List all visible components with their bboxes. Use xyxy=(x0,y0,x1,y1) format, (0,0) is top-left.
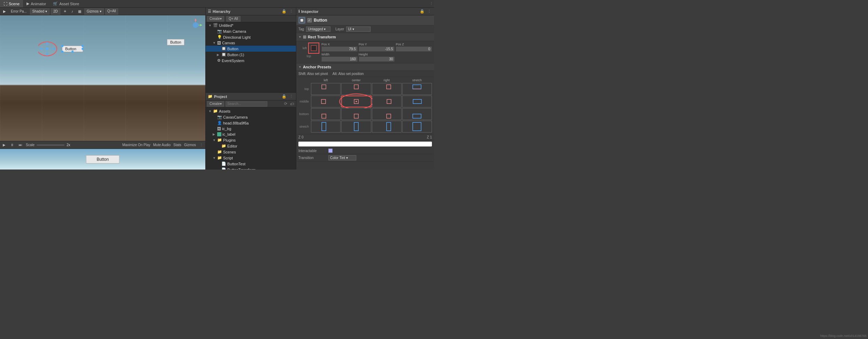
scale-slider[interactable] xyxy=(37,144,64,146)
svg-rect-16 xyxy=(322,85,326,89)
hierarchy-menu-icon[interactable]: ⋮ xyxy=(289,9,294,14)
tree-item-canvas[interactable]: ▼ 🖼 Canvas xyxy=(206,40,296,46)
stats-btn[interactable]: Stats xyxy=(173,143,181,147)
tree-item-scenes[interactable]: 📁 Scenes xyxy=(206,149,296,155)
anchor-cell-middle-left[interactable] xyxy=(311,96,341,107)
scene-grid xyxy=(0,15,205,141)
tab-animator[interactable]: ▶ Animator xyxy=(23,0,50,7)
anchor-cell-top-left[interactable] xyxy=(311,83,341,95)
create-btn[interactable]: Create ▾ xyxy=(207,16,224,22)
component-enabled-checkbox[interactable]: ✓ xyxy=(307,18,312,22)
anchor-cell-stretch-right[interactable] xyxy=(372,121,402,133)
rect-transform-content: left top Pos X 79.5 xyxy=(296,41,434,63)
tree-item-button[interactable]: 🔲 Button xyxy=(206,46,296,52)
height-value[interactable]: 30 xyxy=(359,56,395,62)
scene-button-preview: Button xyxy=(38,39,83,58)
button-test-icon: 📄 xyxy=(221,161,226,166)
tree-item-button-transform[interactable]: 📄 ButtonTransform xyxy=(206,167,296,170)
mute-audio-btn[interactable]: Mute Audio xyxy=(153,143,170,147)
posx-value[interactable]: 79.5 xyxy=(321,46,358,52)
anchor-col-headers: left center right stretch xyxy=(311,78,432,82)
step-icon[interactable]: ⏭ xyxy=(17,143,24,147)
project-search-input[interactable] xyxy=(226,101,267,107)
project-lock-icon[interactable]: 🔒 xyxy=(281,94,287,99)
inspector-menu-icon[interactable]: ⋮ xyxy=(427,9,432,14)
plugins-icon: 📁 xyxy=(217,138,222,142)
tree-item-script[interactable]: ▼ 📁 Script xyxy=(206,155,296,161)
panel-menu-icon[interactable]: ⋮ xyxy=(429,1,434,6)
anchor-cell-top-center[interactable] xyxy=(341,83,371,95)
tree-item-main-camera[interactable]: 📷 Main Camera xyxy=(206,28,296,34)
tree-item-ic-label[interactable]: ▶ ic_label xyxy=(206,131,296,137)
tree-item-head[interactable]: 👤 head.88ba9f6a xyxy=(206,120,296,126)
project-toolbar: Create ▾ ⟳ 🏷 xyxy=(206,100,296,107)
project-menu-icon[interactable]: ⋮ xyxy=(289,94,294,99)
scale-value: 2x xyxy=(67,143,70,147)
z0-label: Z 0 xyxy=(298,135,303,139)
row-label-top: top xyxy=(298,87,310,91)
anchor-cell-bottom-right[interactable] xyxy=(372,108,402,120)
tree-item-directional-light[interactable]: 💡 Directional Light xyxy=(206,34,296,40)
tree-item-assets[interactable]: ▼ 📁 Assets xyxy=(206,108,296,114)
sun-icon[interactable]: ☀ xyxy=(62,9,68,14)
tree-item-ic-bg[interactable]: 🖼 ic_bg xyxy=(206,126,296,131)
tree-item-button-test[interactable]: 📄 ButtonTest xyxy=(206,161,296,167)
audio-icon[interactable]: ♪ xyxy=(70,9,75,14)
tree-item-editor[interactable]: 📁 Editor xyxy=(206,143,296,149)
posy-value[interactable]: -15.5 xyxy=(359,46,395,52)
project-sync-icon[interactable]: ⟳ xyxy=(283,101,288,106)
maximize-on-play-btn[interactable]: Maximize On Play xyxy=(122,143,151,147)
play-btn[interactable]: ▶ xyxy=(1,9,8,14)
play-bar-menu[interactable]: ⋮ xyxy=(199,143,204,147)
q-all-btn[interactable]: Q+All xyxy=(105,8,118,15)
anchor-cell-middle-center[interactable] xyxy=(341,96,372,107)
tab-scene[interactable]: ⛶ Scene xyxy=(0,0,23,7)
error-pause-btn[interactable]: Error Pa... xyxy=(9,9,29,14)
anchor-cell-top-right[interactable] xyxy=(372,83,402,95)
search-all[interactable]: Q+ All xyxy=(226,16,241,22)
play-icon[interactable]: ▶ xyxy=(1,143,7,147)
project-tag-icon[interactable]: 🏷 xyxy=(289,101,295,106)
tree-item-eventsystem[interactable]: ⚙ EventSystem xyxy=(206,58,296,63)
anchor-cell-middle-stretch[interactable] xyxy=(402,96,432,107)
anchor-cell-stretch-left[interactable] xyxy=(311,121,341,133)
scene-view[interactable]: Button Button xyxy=(0,15,205,141)
middle-panel: ☰ Hierarchy 🔒 ⋮ Create ▾ Q+ All xyxy=(206,8,296,170)
interactable-checkbox[interactable] xyxy=(328,149,333,153)
anchor-cell-bottom-left[interactable] xyxy=(311,108,341,120)
hierarchy-lock-icon[interactable]: 🔒 xyxy=(281,9,287,14)
tree-label-eventsystem: EventSystem xyxy=(222,59,244,63)
eventsystem-icon: ⚙ xyxy=(217,58,221,63)
shaded-dropdown[interactable]: Shaded ▾ xyxy=(30,8,50,15)
anchor-cell-middle-right[interactable] xyxy=(372,96,402,107)
layer-dropdown[interactable]: UI ▾ xyxy=(346,27,371,32)
anchor-presets-title: Anchor Presets xyxy=(303,65,331,69)
pause-icon[interactable]: ⏸ xyxy=(9,143,15,147)
hierarchy-header: ☰ Hierarchy 🔒 ⋮ xyxy=(206,8,296,15)
left-label: left xyxy=(298,46,307,50)
gizmos-btn[interactable]: Gizmos xyxy=(184,143,196,147)
game-button-center[interactable]: Button xyxy=(86,155,120,164)
twod-btn[interactable]: 2D xyxy=(51,8,60,15)
transition-dropdown[interactable]: Color Tint ▾ xyxy=(328,155,356,160)
layers-icon[interactable]: ▦ xyxy=(76,9,83,14)
anchor-cell-stretch-stretch[interactable] xyxy=(402,121,432,133)
tab-asset-store[interactable]: 🛒 Asset Store xyxy=(50,0,83,7)
anchor-cell-bottom-center[interactable] xyxy=(341,108,371,120)
anchor-cell-stretch-center[interactable] xyxy=(341,121,371,133)
posz-value[interactable]: 0 xyxy=(396,46,432,52)
anchor-cell-top-stretch[interactable] xyxy=(402,83,432,95)
project-create-btn[interactable]: Create ▾ xyxy=(207,101,224,107)
tree-item-cavas-camera[interactable]: 📷 CavasCamera xyxy=(206,114,296,120)
inspector-lock-icon[interactable]: 🔒 xyxy=(419,9,425,14)
width-value[interactable]: 160 xyxy=(321,56,358,62)
tree-item-untitled[interactable]: ▼ 🎬 Untitled* xyxy=(206,22,296,28)
tag-dropdown[interactable]: Untagged ▾ xyxy=(306,27,330,32)
anchor-cell-bottom-stretch[interactable] xyxy=(402,108,432,120)
tree-item-button-1[interactable]: ▶ 🔲 Button (1) xyxy=(206,52,296,58)
gizmo-svg xyxy=(38,39,59,58)
tree-item-plugins[interactable]: ▼ 📁 Plugins xyxy=(206,137,296,143)
gizmos-dropdown[interactable]: Gizmos ▾ xyxy=(84,8,104,15)
tree-arrow: ▶ xyxy=(217,53,220,56)
anchor-grid-section: left center right stretch top xyxy=(296,77,434,134)
